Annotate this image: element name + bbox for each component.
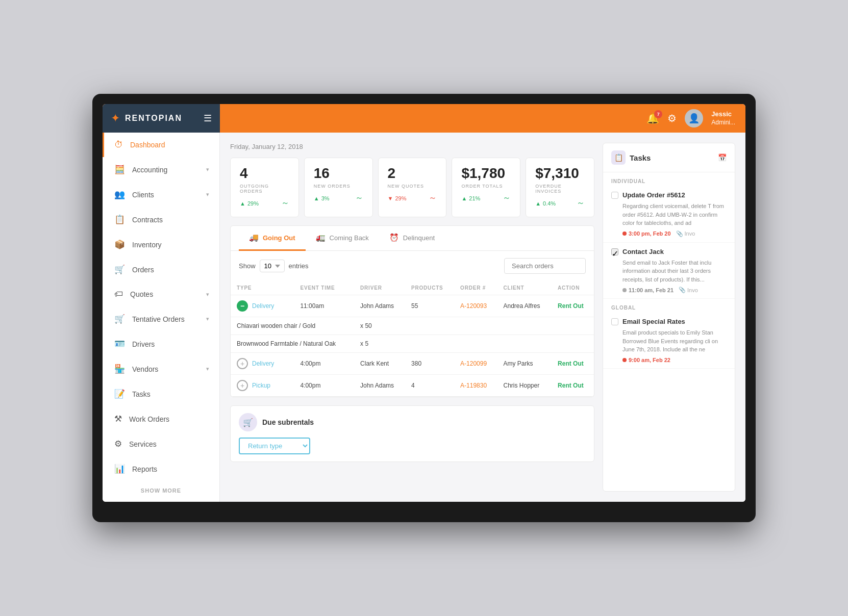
task-item-update-order: Update Order #5612 Regarding client voic… bbox=[603, 186, 735, 243]
tasks-panel: 📋 Tasks 📅 INDIVIDUAL Update Order #5612 … bbox=[603, 143, 735, 492]
task-checkbox[interactable] bbox=[611, 192, 618, 199]
task-name: Update Order #5612 bbox=[622, 191, 685, 199]
tab-delinquent[interactable]: ⏰ Delinquent bbox=[379, 226, 445, 251]
sidebar-item-orders[interactable]: 🛒 Orders bbox=[103, 257, 219, 282]
arrow-up-icon: ▲ bbox=[535, 200, 541, 207]
task-checkbox-row: ✓ Contact Jack bbox=[611, 248, 727, 255]
sidebar-item-work-orders[interactable]: ⚒ Work Orders bbox=[103, 406, 219, 431]
cell-client: Amy Parks bbox=[497, 353, 552, 375]
cell-type: − Delivery bbox=[231, 295, 294, 317]
stat-card-order-totals: $1,780 ORDER TOTALS ▲ 21% ～ bbox=[452, 158, 520, 217]
rent-out-button[interactable]: Rent Out bbox=[558, 382, 584, 389]
cell-product-qty: x 5 bbox=[354, 335, 594, 353]
return-type-select[interactable]: Return type bbox=[239, 438, 310, 454]
sidebar-item-quotes[interactable]: 🏷 Quotes ▾ bbox=[103, 282, 219, 306]
type-link[interactable]: Pickup bbox=[252, 382, 270, 389]
table-row: − Delivery 11:00am John Adams 55 A-12009… bbox=[231, 295, 594, 317]
calendar-icon[interactable]: 📅 bbox=[718, 153, 727, 162]
col-client: CLIENT bbox=[497, 281, 552, 295]
tab-coming-back[interactable]: 🚛 Coming Back bbox=[306, 226, 379, 251]
mini-chart: ～ bbox=[355, 193, 363, 203]
notification-badge: 7 bbox=[654, 110, 662, 118]
sidebar-item-accounting[interactable]: 🧮 Accounting ▾ bbox=[103, 157, 219, 182]
arrow-up-icon: ▲ bbox=[314, 195, 319, 201]
sidebar-item-label: Services bbox=[129, 440, 209, 448]
sidebar-item-label: Orders bbox=[132, 266, 209, 274]
tasks-icon: 📝 bbox=[114, 389, 125, 399]
task-desc: Regarding client voicemail, delete T fro… bbox=[611, 202, 727, 227]
sidebar-item-label: Dashboard bbox=[130, 141, 209, 149]
due-subrentals-icon: 🛒 bbox=[239, 413, 257, 431]
tabs-card: 🚚 Going Out 🚛 Coming Back ⏰ Delinquent bbox=[230, 225, 594, 397]
table-controls: Show 10 25 50 entries bbox=[231, 251, 594, 281]
content-area: Friday, January 12, 2018 4 OUTGOING ORDE… bbox=[220, 133, 745, 502]
task-item-email-special-rates: Email Special Rates Email product specia… bbox=[603, 313, 735, 369]
task-time: 11:00 am, Feb 21 bbox=[622, 287, 674, 293]
logo-icon: ✦ bbox=[111, 112, 120, 125]
mini-chart: ～ bbox=[281, 198, 289, 209]
stat-value: 16 bbox=[314, 166, 363, 181]
task-checkbox[interactable] bbox=[611, 318, 618, 325]
stat-label: OUTGOING ORDERS bbox=[240, 184, 289, 194]
task-name: Contact Jack bbox=[622, 248, 664, 255]
hamburger-icon[interactable]: ☰ bbox=[204, 113, 212, 124]
rent-out-button[interactable]: Rent Out bbox=[558, 302, 584, 310]
show-more-button[interactable]: SHOW MORE bbox=[103, 481, 219, 500]
col-order-num: ORDER # bbox=[454, 281, 497, 295]
table-row-sub: Chiavari wooden chair / Gold x 50 bbox=[231, 317, 594, 335]
sidebar-item-label: Reports bbox=[132, 465, 209, 473]
cell-action: Rent Out bbox=[552, 353, 594, 375]
user-role: Admini... bbox=[711, 119, 735, 127]
task-checkbox[interactable]: ✓ bbox=[611, 248, 618, 255]
sidebar-item-drivers[interactable]: 🪪 Drivers bbox=[103, 331, 219, 356]
chevron-down-icon: ▾ bbox=[206, 316, 209, 322]
task-attachment: 📎 Invo bbox=[676, 230, 695, 237]
stat-value: $7,310 bbox=[535, 166, 585, 181]
sidebar-item-contracts[interactable]: 📋 Contracts bbox=[103, 207, 219, 232]
tab-going-out[interactable]: 🚚 Going Out bbox=[239, 226, 306, 251]
rent-out-button[interactable]: Rent Out bbox=[558, 360, 584, 367]
task-meta: 11:00 am, Feb 21 📎 Invo bbox=[611, 287, 727, 293]
sidebar-item-clients[interactable]: 👥 Clients ▾ bbox=[103, 182, 219, 207]
tabs-header: 🚚 Going Out 🚛 Coming Back ⏰ Delinquent bbox=[231, 226, 594, 251]
stat-change: ▲ 29% bbox=[240, 200, 259, 207]
search-input[interactable] bbox=[504, 258, 586, 274]
cell-event-time: 4:00pm bbox=[294, 353, 354, 375]
col-driver: DRIVER bbox=[354, 281, 405, 295]
quotes-icon: 🏷 bbox=[114, 289, 123, 299]
topbar-actions: 🔔 7 ⚙ 👤 Jessic Admini... bbox=[646, 109, 745, 127]
sidebar-item-label: Inventory bbox=[132, 241, 209, 249]
stat-change: ▲ 21% bbox=[461, 195, 480, 201]
notification-button[interactable]: 🔔 7 bbox=[646, 112, 659, 124]
cell-action: Rent Out bbox=[552, 295, 594, 317]
arrow-up-icon: ▲ bbox=[240, 200, 245, 207]
inventory-icon: 📦 bbox=[114, 239, 125, 250]
pickup-badge: + bbox=[237, 358, 248, 369]
show-entries: Show 10 25 50 entries bbox=[239, 260, 309, 272]
chevron-down-icon: ▾ bbox=[206, 166, 209, 173]
cell-type: + Pickup bbox=[231, 375, 294, 397]
sidebar-item-label: Vendors bbox=[132, 365, 199, 373]
entries-select[interactable]: 10 25 50 bbox=[260, 260, 285, 272]
sidebar-item-dashboard[interactable]: ⏱ Dashboard bbox=[103, 133, 219, 157]
cell-product-qty: x 50 bbox=[354, 317, 594, 335]
dashboard-icon: ⏱ bbox=[114, 140, 123, 150]
sidebar-item-tasks[interactable]: 📝 Tasks bbox=[103, 381, 219, 406]
settings-button[interactable]: ⚙ bbox=[667, 112, 677, 124]
col-type: TYPE bbox=[231, 281, 294, 295]
cell-type: + Delivery bbox=[231, 353, 294, 375]
sidebar-item-tentative-orders[interactable]: 🛒 Tentative Orders ▾ bbox=[103, 306, 219, 331]
sidebar-item-services[interactable]: ⚙ Services bbox=[103, 431, 219, 456]
sidebar-item-vendors[interactable]: 🏪 Vendors ▾ bbox=[103, 356, 219, 381]
clients-icon: 👥 bbox=[114, 189, 125, 200]
sidebar-item-inventory[interactable]: 📦 Inventory bbox=[103, 232, 219, 257]
type-link[interactable]: Delivery bbox=[252, 360, 274, 367]
stat-change: ▼ 29% bbox=[388, 195, 407, 201]
type-link[interactable]: Delivery bbox=[252, 302, 274, 310]
services-icon: ⚙ bbox=[114, 439, 122, 449]
drivers-icon: 🪪 bbox=[114, 339, 125, 349]
time-dot-icon bbox=[622, 232, 627, 236]
sidebar-item-reports[interactable]: 📊 Reports bbox=[103, 456, 219, 481]
entries-label: entries bbox=[289, 262, 309, 270]
stat-card-overdue: $7,310 OVERDUE INVOICES ▲ 0.4% ～ bbox=[526, 158, 594, 217]
